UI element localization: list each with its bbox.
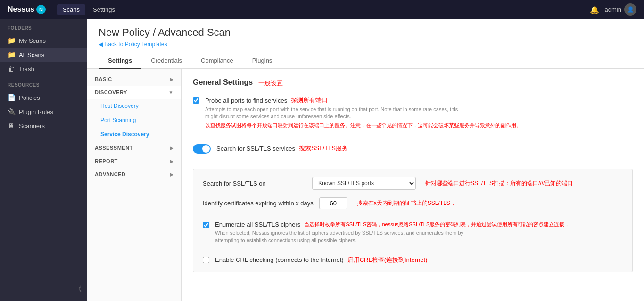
- ssl-box: Search for SSL/TLS on Known SSL/TLS port…: [193, 169, 633, 272]
- sidebar-item-plugin-rules[interactable]: 🔌 Plugin Rules: [0, 105, 87, 119]
- topnav: Nessus N Scans Settings 🔔 admin 👤: [0, 0, 644, 19]
- cert-days-input[interactable]: [319, 197, 347, 209]
- host-discovery-label: Host Discovery: [100, 103, 139, 109]
- probe-ports-description-cn: 以查找服务试图将每个开放端口映射到运行在该端口上的服务。注意，在一些罕见的情况下…: [205, 122, 521, 129]
- service-discovery-label: Service Discovery: [100, 131, 149, 138]
- advanced-arrow: ▶: [170, 172, 174, 177]
- topnav-scans[interactable]: Scans: [57, 4, 85, 15]
- username-label: admin: [605, 6, 621, 13]
- plugin-rules-label: Plugin Rules: [19, 108, 53, 115]
- scanners-icon: 🖥: [8, 122, 15, 130]
- probe-ports-label: Probe all ports to find services: [205, 97, 287, 104]
- policy-nav-host-discovery[interactable]: Host Discovery: [87, 99, 181, 113]
- sidebar-item-scanners[interactable]: 🖥 Scanners: [0, 119, 87, 133]
- collapse-sidebar-button[interactable]: 《: [75, 285, 82, 293]
- probe-ports-label-cn: 探测所有端口: [291, 96, 328, 105]
- report-arrow: ▶: [170, 159, 174, 164]
- cert-label-cn: 搜索在x天内到期的证书上的SSL/TLS，: [357, 199, 456, 207]
- logo-badge: N: [36, 5, 46, 14]
- sidebar-item-my-scans[interactable]: 📁 My Scans: [0, 33, 87, 48]
- all-scans-label: All Scans: [19, 51, 44, 58]
- sidebar: FOLDERS 📁 My Scans 📁 All Scans 🗑 Trash R…: [0, 19, 87, 301]
- topnav-right: 🔔 admin 👤: [590, 3, 636, 16]
- all-scans-icon: 📁: [8, 51, 15, 58]
- enumerate-label-cn: 当选择时枚举所有SSL/TLS密码，nessus忽略SSL/TLS服务的密码列表…: [304, 221, 570, 228]
- policy-content: BASIC ▶ DISCOVERY ▼ Host Discovery Port …: [87, 69, 644, 301]
- ssl-on-label: Search for SSL/TLS on: [203, 180, 306, 187]
- probe-ports-row: Probe all ports to find services 探测所有端口 …: [193, 96, 633, 137]
- resources-label: RESOURCES: [0, 76, 87, 90]
- ssl-on-label-cn: 针对哪些端口进行SSL/TLS扫描：所有的端口////已知的端口: [425, 179, 573, 187]
- page-header: New Policy / Advanced Scan ◀ Back to Pol…: [87, 19, 644, 53]
- trash-icon: 🗑: [8, 65, 15, 73]
- assessment-arrow: ▶: [170, 146, 174, 151]
- policy-nav-service-discovery[interactable]: Service Discovery: [87, 127, 181, 141]
- policy-nav-advanced[interactable]: ADVANCED ▶: [87, 168, 181, 181]
- basic-arrow: ▶: [170, 77, 174, 82]
- ssl-search-label: Search for SSL/TLS services: [216, 145, 295, 152]
- plugin-rules-icon: 🔌: [8, 108, 15, 115]
- bell-icon[interactable]: 🔔: [590, 5, 599, 14]
- my-scans-icon: 📁: [8, 37, 15, 44]
- crl-info: Enable CRL checking (connects to the Int…: [215, 256, 427, 264]
- section-header: General Settings 一般设置: [193, 78, 633, 89]
- topnav-items: Scans Settings: [57, 4, 121, 15]
- toggle-knob: [202, 145, 210, 153]
- topnav-user[interactable]: admin 👤: [605, 3, 636, 16]
- tab-credentials[interactable]: Credentials: [141, 53, 191, 69]
- port-scanning-label: Port Scanning: [100, 117, 136, 123]
- policy-nav-assessment[interactable]: ASSESSMENT ▶: [87, 141, 181, 155]
- ssl-toggle[interactable]: [193, 144, 211, 154]
- policy-nav-basic[interactable]: BASIC ▶: [87, 73, 181, 86]
- tabs-bar: Settings Credentials Compliance Plugins: [87, 53, 644, 69]
- probe-ports-checkbox[interactable]: [193, 97, 199, 104]
- ssl-search-label-cn: 搜索SSL/TLS服务: [299, 144, 348, 153]
- sidebar-item-trash[interactable]: 🗑 Trash: [0, 62, 87, 76]
- my-scans-label: My Scans: [19, 37, 46, 44]
- avatar: 👤: [624, 3, 636, 16]
- crl-checkbox[interactable]: [203, 257, 209, 263]
- probe-ports-description: Attempts to map each open port with the …: [205, 106, 469, 121]
- scanners-label: Scanners: [19, 122, 45, 130]
- policy-right: General Settings 一般设置 Probe all ports to…: [182, 69, 644, 301]
- assessment-label: ASSESSMENT: [95, 145, 133, 151]
- folders-label: FOLDERS: [0, 19, 87, 33]
- ssl-on-select[interactable]: Known SSL/TLS ports All ports None: [312, 177, 416, 190]
- discovery-arrow: ▼: [169, 90, 173, 95]
- content-area: New Policy / Advanced Scan ◀ Back to Pol…: [87, 19, 644, 301]
- topnav-settings[interactable]: Settings: [87, 4, 121, 15]
- enumerate-description: When selected, Nessus ignores the list o…: [215, 229, 479, 244]
- logo: Nessus N: [8, 5, 46, 14]
- policy-nav-port-scanning[interactable]: Port Scanning: [87, 113, 181, 127]
- section-title-cn: 一般设置: [258, 79, 283, 88]
- tab-plugins[interactable]: Plugins: [243, 53, 282, 69]
- policies-label: Policies: [19, 94, 40, 101]
- sidebar-item-all-scans[interactable]: 📁 All Scans: [0, 48, 87, 62]
- sidebar-item-policies[interactable]: 📄 Policies: [0, 90, 87, 105]
- enumerate-checkbox[interactable]: [203, 222, 209, 228]
- policies-icon: 📄: [8, 94, 15, 101]
- logo-text: Nessus: [8, 5, 34, 14]
- tab-compliance[interactable]: Compliance: [191, 53, 243, 69]
- probe-ports-info: Probe all ports to find services 探测所有端口 …: [205, 96, 521, 129]
- ssl-on-row: Search for SSL/TLS on Known SSL/TLS port…: [203, 177, 623, 190]
- discovery-label: DISCOVERY: [95, 89, 127, 95]
- policy-nav-report[interactable]: REPORT ▶: [87, 155, 181, 168]
- trash-label: Trash: [19, 65, 34, 73]
- crl-label: Enable CRL checking (connects to the Int…: [215, 256, 344, 263]
- advanced-label: ADVANCED: [95, 171, 126, 177]
- ssl-search-row: Search for SSL/TLS services 搜索SSL/TLS服务: [193, 144, 633, 161]
- tab-settings[interactable]: Settings: [99, 53, 141, 69]
- ssl-toggle-container: [193, 144, 211, 154]
- enumerate-label: Enumerate all SSL/TLS ciphers: [215, 221, 300, 228]
- back-to-templates-link[interactable]: ◀ Back to Policy Templates: [99, 41, 167, 48]
- cert-row: Identify certificates expiring within x …: [203, 197, 623, 209]
- policy-nav-discovery[interactable]: DISCOVERY ▼: [87, 86, 181, 99]
- enumerate-row: Enumerate all SSL/TLS ciphers 当选择时枚举所有SS…: [203, 221, 623, 248]
- enumerate-info: Enumerate all SSL/TLS ciphers 当选择时枚举所有SS…: [215, 221, 570, 244]
- ssl-search-info: Search for SSL/TLS services 搜索SSL/TLS服务: [216, 144, 348, 153]
- page-title: New Policy / Advanced Scan: [99, 26, 633, 39]
- policy-nav: BASIC ▶ DISCOVERY ▼ Host Discovery Port …: [87, 69, 182, 301]
- crl-label-cn: 启用CRL检查(连接到Internet): [347, 256, 428, 264]
- main-layout: FOLDERS 📁 My Scans 📁 All Scans 🗑 Trash R…: [0, 19, 644, 301]
